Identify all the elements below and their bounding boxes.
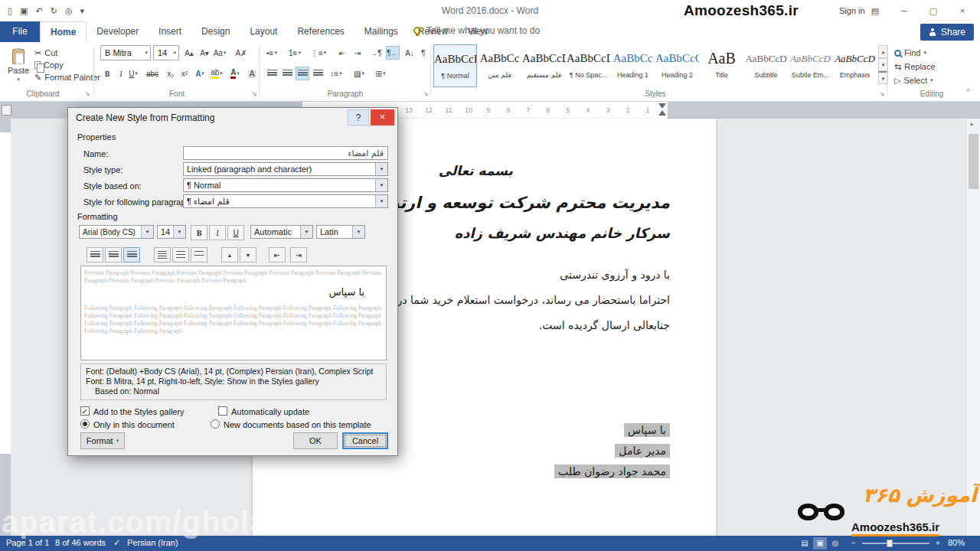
- tell-me-box[interactable]: Tell me what you want to do: [413, 25, 540, 36]
- new-documents-radio[interactable]: [211, 419, 220, 429]
- page-count-indicator[interactable]: Page 1 of 1: [6, 538, 49, 547]
- word-count-indicator[interactable]: 8 of 46 words: [55, 538, 106, 547]
- dialog-double-spacing-button[interactable]: [191, 247, 207, 262]
- style-item-heading2[interactable]: AaBbCcC Heading 2: [655, 44, 699, 87]
- copy-button[interactable]: Copy: [34, 59, 64, 71]
- shrink-font-button[interactable]: A▾: [198, 46, 211, 60]
- borders-button[interactable]: ⊞▾: [374, 67, 387, 80]
- paste-button[interactable]: Paste ▾: [5, 44, 32, 87]
- zoom-slider-thumb[interactable]: [887, 540, 893, 547]
- font-name-combo[interactable]: B Mitra ▾: [100, 45, 151, 60]
- tab-developer[interactable]: Developer: [87, 21, 149, 42]
- style-item-ghalam-mostaghim[interactable]: AaBbCcDc قلم مستقیم: [522, 44, 566, 87]
- zoom-in-button[interactable]: +: [931, 537, 945, 549]
- dialog-increase-spacing-button[interactable]: ▲: [221, 247, 238, 262]
- align-left-button[interactable]: [265, 67, 279, 80]
- character-shading-button[interactable]: A: [245, 67, 259, 80]
- dialog-1-5-spacing-button[interactable]: [172, 247, 189, 262]
- redo-icon[interactable]: ↻: [51, 6, 57, 16]
- text-highlight-button[interactable]: ab▾: [210, 67, 224, 80]
- print-preview-icon[interactable]: ◎: [65, 6, 73, 16]
- font-size-combo[interactable]: 14 ▾: [153, 45, 179, 60]
- dialog-align-left-button[interactable]: [87, 247, 103, 262]
- add-to-gallery-checkbox[interactable]: ✓: [80, 406, 90, 416]
- dialog-font-name-combo[interactable]: Arial (Body CS) ▾: [79, 225, 154, 239]
- cancel-button[interactable]: Cancel: [342, 432, 388, 449]
- clipboard-dialog-launcher-icon[interactable]: ↘: [83, 89, 92, 98]
- hanging-indent-marker[interactable]: [658, 110, 666, 116]
- based-on-select[interactable]: ¶ Normal ▾: [183, 178, 388, 192]
- decrease-indent-button[interactable]: ⇤: [335, 46, 349, 60]
- first-line-indent-marker[interactable]: [658, 103, 666, 109]
- dialog-underline-button[interactable]: U: [227, 225, 244, 240]
- tab-insert[interactable]: Insert: [149, 21, 191, 42]
- tab-file[interactable]: File: [0, 21, 40, 42]
- dialog-align-center-button[interactable]: [105, 247, 122, 262]
- styles-dialog-launcher-icon[interactable]: ↘: [877, 89, 887, 98]
- share-button[interactable]: Share: [920, 24, 974, 41]
- dialog-align-right-button[interactable]: [123, 247, 140, 262]
- bullets-button[interactable]: •≡▾: [265, 46, 279, 60]
- style-item-ghalam-matn[interactable]: AaBbCc قلم متن: [478, 44, 521, 87]
- web-layout-button[interactable]: ◎: [828, 537, 842, 549]
- dialog-increase-indent-button[interactable]: ⇥: [290, 247, 307, 262]
- show-paragraph-marks-button[interactable]: ¶: [416, 46, 430, 60]
- numbering-button[interactable]: 1≡▾: [288, 46, 302, 60]
- auto-update-checkbox[interactable]: [218, 406, 227, 416]
- dialog-italic-button[interactable]: I: [209, 225, 226, 240]
- clear-formatting-button[interactable]: A✗: [234, 46, 248, 60]
- increase-indent-button[interactable]: ⇥: [351, 46, 364, 60]
- maximize-button[interactable]: ▢: [919, 0, 948, 21]
- scroll-up-icon[interactable]: ▴: [970, 120, 973, 127]
- multilevel-list-button[interactable]: ⋮≡▾: [311, 46, 326, 60]
- align-right-button[interactable]: [296, 67, 309, 80]
- text-effects-button[interactable]: A▾: [193, 67, 207, 80]
- tab-layout[interactable]: Layout: [240, 21, 287, 42]
- zoom-slider-track[interactable]: [862, 543, 929, 544]
- tab-mailings[interactable]: Mailings: [354, 21, 408, 42]
- proofing-status-icon[interactable]: ✓: [113, 538, 120, 548]
- close-button[interactable]: ×: [948, 0, 977, 21]
- style-type-select[interactable]: Linked (paragraph and character) ▾: [183, 162, 388, 176]
- superscript-button[interactable]: x²: [178, 67, 191, 80]
- style-item-heading1[interactable]: AaBbCc Heading 1: [611, 44, 655, 87]
- file-icon[interactable]: ▯: [8, 6, 12, 16]
- style-item-title[interactable]: AaB Title: [700, 44, 743, 87]
- style-item-no-spacing[interactable]: AaBbCcDc ¶ No Spac...: [567, 44, 610, 87]
- style-item-emphasis[interactable]: AaBbCcD Emphasis: [833, 44, 877, 87]
- format-menu-button[interactable]: Format ▾: [80, 432, 125, 449]
- align-center-button[interactable]: [280, 67, 294, 80]
- ltr-direction-button[interactable]: →¶: [369, 46, 383, 60]
- font-color-button[interactable]: A▾: [228, 67, 242, 80]
- style-item-subtitle[interactable]: AaBbCcD Subtitle: [744, 44, 788, 87]
- style-item-subtle-emphasis[interactable]: AaBbCcD Subtle Em...: [789, 44, 832, 87]
- scrollbar-thumb[interactable]: [969, 134, 978, 189]
- read-mode-button[interactable]: ▤: [798, 537, 812, 549]
- replace-button[interactable]: ⇆ Replace: [894, 60, 936, 73]
- following-paragraph-select[interactable]: ¶ قلم امضاء ▾: [183, 194, 388, 208]
- dialog-close-button[interactable]: ×: [371, 109, 394, 126]
- undo-icon[interactable]: ↶: [35, 6, 42, 16]
- zoom-level-indicator[interactable]: 80%: [948, 538, 965, 547]
- dialog-decrease-indent-button[interactable]: ⇤: [269, 247, 286, 262]
- tab-home[interactable]: Home: [40, 21, 87, 42]
- style-name-input[interactable]: قلم امضاء: [183, 146, 388, 160]
- qat-customize-icon[interactable]: ▾: [80, 6, 85, 16]
- font-dialog-launcher-icon[interactable]: ↘: [250, 89, 259, 98]
- save-icon[interactable]: ▣: [20, 6, 28, 16]
- tab-references[interactable]: References: [287, 21, 354, 42]
- zoom-out-button[interactable]: −: [847, 537, 861, 549]
- vertical-scrollbar[interactable]: ▴: [966, 119, 980, 536]
- print-layout-button[interactable]: ▣: [813, 537, 827, 549]
- find-button[interactable]: Find ▾: [894, 47, 926, 59]
- style-item-normal[interactable]: AaBbCcDc ¶ Normal: [433, 44, 477, 87]
- underline-button[interactable]: U▾: [126, 67, 140, 80]
- minimize-button[interactable]: ─: [890, 0, 919, 21]
- cut-button[interactable]: ✂ Cut: [34, 47, 57, 59]
- collapse-ribbon-icon[interactable]: ^: [966, 88, 970, 96]
- select-button[interactable]: ▷ Select ▾: [894, 74, 933, 86]
- only-this-document-radio[interactable]: [80, 419, 90, 429]
- dialog-single-spacing-button[interactable]: [154, 247, 171, 262]
- dialog-decrease-spacing-button[interactable]: ▼: [240, 247, 256, 262]
- change-case-button[interactable]: Aa▾: [213, 46, 227, 60]
